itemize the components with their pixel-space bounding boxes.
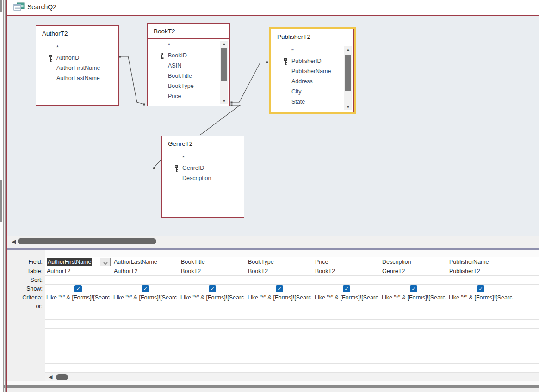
table-cell[interactable]: BookT2 [313, 267, 380, 276]
table-card-bookt2[interactable]: BookT2 * BookID ASIN BookTitle BookType … [147, 23, 230, 106]
empty-grid-cell[interactable] [246, 320, 313, 329]
or-cell[interactable] [45, 302, 112, 311]
show-checkbox[interactable]: ✓ [343, 285, 350, 292]
show-cell[interactable]: ✓ [112, 285, 179, 293]
empty-grid-cell[interactable] [313, 320, 380, 329]
empty-grid-cell[interactable] [179, 337, 246, 346]
table-cell[interactable]: GenreT2 [380, 267, 447, 276]
column-header-cell[interactable] [45, 250, 112, 257]
criteria-cell[interactable]: Like "*" & [Forms]![Searc [179, 293, 246, 302]
field-row[interactable]: AuthorID [36, 53, 118, 63]
field-row[interactable]: BookType [148, 81, 229, 91]
empty-grid-cell[interactable] [514, 320, 539, 329]
empty-grid-cell[interactable] [45, 311, 112, 320]
empty-grid-cell[interactable] [313, 337, 380, 346]
empty-grid-cell[interactable] [112, 337, 179, 346]
empty-grid-cell[interactable] [447, 364, 514, 373]
field-row[interactable]: State [271, 97, 353, 107]
table-cell[interactable]: BookT2 [179, 267, 246, 276]
field-row[interactable]: PublisherName [271, 66, 353, 76]
field-row[interactable]: ASIN [148, 61, 229, 71]
criteria-cell[interactable]: Like "*" & [Forms]![Searc [45, 293, 112, 302]
criteria-cell[interactable] [514, 293, 539, 302]
empty-grid-cell[interactable] [179, 355, 246, 364]
empty-grid-cell[interactable] [313, 329, 380, 337]
field-row[interactable]: BookTitle [148, 71, 229, 81]
empty-grid-cell[interactable] [45, 364, 112, 373]
empty-grid-cell[interactable] [313, 311, 380, 320]
criteria-cell[interactable]: Like "*" & [Forms]![Searc [447, 293, 514, 302]
empty-grid-cell[interactable] [313, 364, 380, 373]
empty-grid-cell[interactable] [380, 311, 447, 320]
field-row[interactable]: BookID [148, 50, 229, 61]
show-cell[interactable]: ✓ [313, 285, 380, 293]
show-checkbox[interactable]: ✓ [410, 285, 417, 292]
table-vertical-scrollbar[interactable]: ▲ ▼ [344, 46, 352, 110]
or-cell[interactable] [112, 302, 179, 311]
empty-grid-cell[interactable] [179, 346, 246, 355]
table-cell[interactable]: PublisherT2 [447, 267, 514, 276]
empty-grid-cell[interactable] [246, 364, 313, 373]
sort-cell[interactable] [514, 276, 539, 285]
sort-cell[interactable] [45, 276, 112, 285]
empty-grid-cell[interactable] [380, 355, 447, 364]
sort-cell[interactable] [179, 276, 246, 285]
empty-grid-cell[interactable] [246, 346, 313, 355]
show-checkbox[interactable]: ✓ [477, 285, 484, 292]
empty-grid-cell[interactable] [514, 311, 539, 320]
scroll-left-arrow[interactable]: ◀ [49, 374, 52, 380]
field-row[interactable]: Price [148, 91, 229, 101]
empty-grid-cell[interactable] [447, 311, 514, 320]
edge-scrollbar-thumb[interactable] [0, 180, 2, 222]
empty-grid-cell[interactable] [514, 355, 539, 364]
scrollbar-thumb[interactable] [56, 374, 68, 380]
tab-title[interactable]: SearchQ2 [27, 3, 56, 11]
table-cell[interactable]: BookT2 [246, 267, 313, 276]
empty-grid-cell[interactable] [447, 355, 514, 364]
field-cell[interactable]: BookType [246, 257, 313, 267]
field-row-asterisk[interactable]: * [36, 43, 118, 53]
grid-horizontal-scrollbar[interactable]: ◀ [45, 373, 539, 381]
sort-cell[interactable] [246, 276, 313, 285]
empty-grid-cell[interactable] [380, 337, 447, 346]
scroll-down-arrow[interactable]: ▼ [344, 105, 352, 109]
criteria-cell[interactable]: Like "*" & [Forms]![Searc [246, 293, 313, 302]
show-cell[interactable]: ✓ [246, 285, 313, 293]
or-cell[interactable] [447, 302, 514, 311]
column-header-cell[interactable] [313, 250, 380, 257]
empty-grid-cell[interactable] [179, 329, 246, 337]
edge-scrollbar-thumb[interactable] [0, 0, 2, 12]
left-edge-scrollbar[interactable] [0, 0, 3, 392]
field-dropdown-button[interactable] [100, 258, 111, 266]
empty-grid-cell[interactable] [447, 346, 514, 355]
empty-grid-cell[interactable] [246, 337, 313, 346]
scroll-left-arrow[interactable]: ◀ [12, 238, 16, 245]
field-row[interactable]: PublisherID [271, 56, 353, 66]
empty-grid-cell[interactable] [313, 355, 380, 364]
column-header-cell[interactable] [246, 250, 313, 257]
table-card-authort2[interactable]: AuthorT2 * AuthorID AuthorFirstName Auth… [36, 25, 119, 106]
field-row[interactable]: Address [271, 76, 353, 87]
show-checkbox[interactable]: ✓ [142, 285, 149, 292]
field-cell[interactable]: Description [380, 257, 447, 267]
field-cell[interactable]: Price [313, 257, 380, 267]
empty-grid-cell[interactable] [112, 311, 179, 320]
table-cell[interactable]: AuthorT2 [45, 267, 112, 276]
show-checkbox[interactable]: ✓ [209, 285, 216, 292]
show-cell[interactable]: ✓ [45, 285, 112, 293]
empty-grid-cell[interactable] [112, 346, 179, 355]
empty-grid-cell[interactable] [447, 329, 514, 337]
show-cell[interactable]: ✓ [447, 285, 514, 293]
show-checkbox[interactable]: ✓ [74, 285, 82, 292]
table-title[interactable]: AuthorT2 [36, 26, 118, 41]
empty-grid-cell[interactable] [179, 364, 246, 373]
empty-grid-cell[interactable] [380, 329, 447, 337]
column-header-cell[interactable] [112, 250, 179, 257]
sort-cell[interactable] [447, 276, 514, 285]
show-cell[interactable]: ✓ [179, 285, 246, 293]
table-title[interactable]: GenreT2 [162, 136, 244, 151]
empty-grid-cell[interactable] [380, 346, 447, 355]
empty-grid-cell[interactable] [246, 311, 313, 320]
table-card-publishert2[interactable]: PublisherT2 * PublisherID PublisherName … [271, 29, 354, 112]
diagram-horizontal-scrollbar[interactable]: ◀ [7, 236, 539, 248]
